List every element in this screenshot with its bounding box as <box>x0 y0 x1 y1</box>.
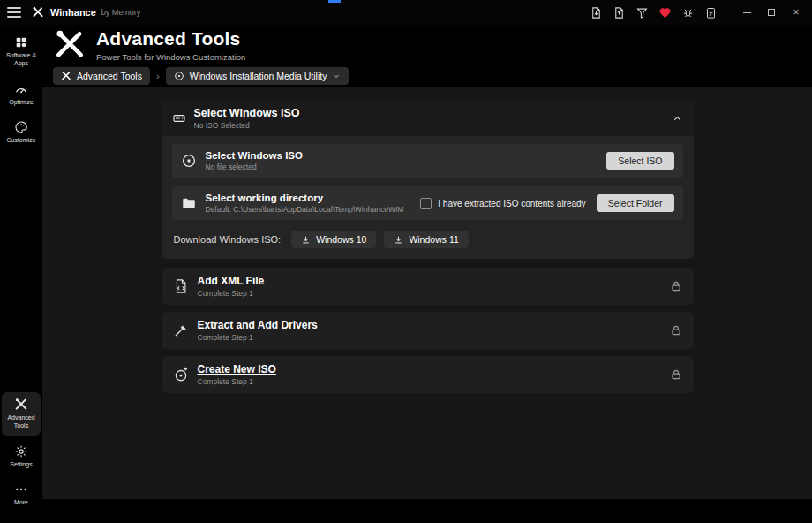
bottom-strip <box>42 499 812 523</box>
step-card-add-xml[interactable]: Add XML File Complete Step 1 <box>162 268 694 305</box>
working-directory-path: Default: C:\Users\barts\AppData\Local\Te… <box>206 205 404 214</box>
changelog-button[interactable] <box>700 3 721 22</box>
panel-status: No ISO Selected <box>194 121 300 130</box>
crossed-tools-icon <box>14 398 28 412</box>
download-windows11-button[interactable]: Windows 11 <box>384 231 468 248</box>
download-windows10-label: Windows 10 <box>316 234 366 245</box>
app-logo-icon <box>32 6 44 19</box>
step-card-subtitle: Complete Step 1 <box>198 289 265 298</box>
accent-marker <box>328 0 341 3</box>
sidebar-item-label: Optimize <box>9 99 34 107</box>
step-card-create-iso[interactable]: Create New ISO Complete Step 1 <box>162 356 694 393</box>
download-iso-label: Download Windows ISO: <box>174 234 282 245</box>
sidebar-item-label: Software & Apps <box>3 52 40 68</box>
download-windows10-button[interactable]: Windows 10 <box>291 231 376 248</box>
crossed-tools-icon <box>61 71 71 81</box>
panel-title: Select Windows ISO <box>194 107 300 119</box>
chevron-up-icon[interactable] <box>672 113 683 125</box>
chevron-down-icon <box>332 72 341 80</box>
heart-icon <box>658 6 672 19</box>
import-config-icon <box>613 6 626 19</box>
close-icon: × <box>793 6 799 19</box>
working-directory-title: Select working directory <box>206 193 404 203</box>
lock-icon <box>670 324 682 337</box>
sidebar-item-settings[interactable]: Settings <box>2 439 41 474</box>
breadcrumb-separator: › <box>156 71 160 81</box>
extracted-iso-checkbox-group: I have extracted ISO contents already <box>420 198 585 209</box>
save-config-button[interactable] <box>585 3 606 22</box>
maximize-button[interactable] <box>759 3 784 22</box>
step-card-title: Create New ISO <box>198 363 276 375</box>
apps-grid-icon <box>14 35 28 49</box>
bug-icon <box>681 6 695 19</box>
step-card-texts: Extract and Add Drivers Complete Step 1 <box>198 319 318 342</box>
page-subtitle: Power Tools for Windows Customization <box>96 52 245 62</box>
select-iso-panel-body: Select Windows ISO No file selected Sele… <box>162 136 694 259</box>
sidebar-item-optimize[interactable]: Optimize <box>2 77 41 112</box>
titlebar-actions: × <box>584 3 808 22</box>
working-directory-row: Select working directory Default: C:\Use… <box>172 186 683 220</box>
step-card-texts: Create New ISO Complete Step 1 <box>198 363 276 386</box>
page-header: Advanced Tools Power Tools for Windows C… <box>42 25 812 65</box>
winhance-window: Winhance by Memory <box>0 0 812 523</box>
save-config-icon <box>590 6 603 19</box>
create-iso-disc-icon <box>173 367 189 383</box>
select-iso-panel: Select Windows ISO No ISO Selected Selec… <box>162 101 694 259</box>
sidebar: Software & Apps Optimize Customize Advan… <box>0 25 42 523</box>
breadcrumb-root-label: Advanced Tools <box>77 71 142 81</box>
maximize-icon <box>768 9 775 16</box>
import-config-button[interactable] <box>608 3 629 22</box>
titlebar: Winhance by Memory <box>0 0 812 25</box>
disc-circle-icon <box>181 153 197 169</box>
folder-icon <box>181 195 197 211</box>
download-icon <box>394 235 403 245</box>
optimize-gauge-icon <box>14 82 28 96</box>
main-area: Advanced Tools Power Tools for Windows C… <box>42 25 812 523</box>
app-byline: by Memory <box>102 8 141 17</box>
download-windows11-label: Windows 11 <box>409 234 458 245</box>
utility-selector-dropdown[interactable]: Windows Installation Media Utility <box>166 67 350 85</box>
more-dots-icon <box>14 482 28 496</box>
working-directory-texts: Select working directory Default: C:\Use… <box>206 193 404 214</box>
breadcrumb-root-button[interactable]: Advanced Tools <box>53 67 150 85</box>
xml-file-icon <box>173 278 189 294</box>
filter-icon <box>635 6 649 19</box>
select-iso-button[interactable]: Select ISO <box>606 152 673 170</box>
hamburger-menu-icon[interactable] <box>7 7 21 18</box>
palette-icon <box>14 120 28 134</box>
sidebar-item-more[interactable]: More <box>2 477 41 512</box>
bug-report-button[interactable] <box>677 3 698 22</box>
step-card-subtitle: Complete Step 1 <box>198 377 276 386</box>
disc-drive-icon <box>172 111 186 125</box>
close-button[interactable]: × <box>784 3 808 22</box>
donate-button[interactable] <box>654 3 675 22</box>
filter-button[interactable] <box>631 3 652 22</box>
select-iso-row: Select Windows ISO No file selected Sele… <box>172 144 683 178</box>
select-iso-title: Select Windows ISO <box>206 150 303 161</box>
sidebar-item-label: More <box>14 499 28 507</box>
download-iso-row: Download Windows ISO: Windows 10 Windows… <box>172 229 683 251</box>
extracted-iso-checkbox[interactable] <box>420 198 432 209</box>
disc-icon <box>174 71 184 81</box>
select-iso-texts: Select Windows ISO No file selected <box>206 150 303 171</box>
sidebar-item-customize[interactable]: Customize <box>2 115 41 150</box>
download-icon <box>301 235 311 245</box>
clipboard-icon <box>704 6 718 19</box>
gear-icon <box>14 444 28 459</box>
sidebar-item-label: Advanced Tools <box>3 414 40 430</box>
select-iso-panel-header[interactable]: Select Windows ISO No ISO Selected <box>162 101 694 136</box>
minimize-button[interactable] <box>734 3 759 22</box>
step-card-add-drivers[interactable]: Extract and Add Drivers Complete Step 1 <box>162 312 694 349</box>
select-folder-button[interactable]: Select Folder <box>597 194 674 212</box>
lock-icon <box>670 280 682 292</box>
extracted-iso-checkbox-label[interactable]: I have extracted ISO contents already <box>438 199 585 208</box>
minimize-icon <box>743 12 751 13</box>
content-area: Select Windows ISO No ISO Selected Selec… <box>42 87 812 499</box>
sidebar-item-advanced-tools[interactable]: Advanced Tools <box>2 392 41 436</box>
sidebar-item-software-apps[interactable]: Software & Apps <box>2 30 41 73</box>
sidebar-item-label: Settings <box>10 461 32 469</box>
step-card-subtitle: Complete Step 1 <box>198 333 318 342</box>
page-title: Advanced Tools <box>96 28 245 49</box>
breadcrumb: Advanced Tools › Windows Installation Me… <box>42 65 812 87</box>
panel-header-texts: Select Windows ISO No ISO Selected <box>194 107 300 130</box>
